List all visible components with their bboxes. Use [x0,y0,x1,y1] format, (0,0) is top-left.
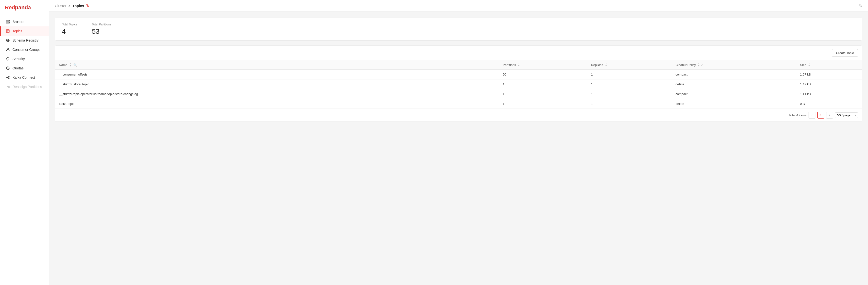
schema-icon [6,38,10,42]
stats-card: Total Topics 4 Total Partitions 53 [55,17,862,41]
cell-partitions: 1 [499,79,587,89]
size-col-label: Size [800,63,806,67]
topbar-right: ✎ [859,3,862,8]
cell-size: 0 B [796,99,862,109]
topbar: Cluster > Topics ↻ ✎ [49,0,868,12]
sidebar-item-schema-label: Schema Registry [12,38,39,42]
cell-size: 1.11 kB [796,89,862,99]
sidebar-item-consumer-groups[interactable]: Consumer Groups [0,45,49,54]
page-size-wrapper: 10 / page20 / page50 / page100 / page [835,112,858,118]
total-topics-stat: Total Topics 4 [62,23,77,35]
sidebar-item-reassign-partitions: Reassign Partitions [0,82,49,92]
replicas-sort-icons[interactable]: ▲ ▼ [605,63,607,67]
cell-name: kafka-topic [55,99,499,109]
connect-icon [6,75,10,80]
name-search-icon[interactable]: 🔍 [73,63,77,67]
table-row[interactable]: __consumer_offsets 50 1 compact 1.67 kB [55,70,862,79]
cell-size: 1.42 kB [796,79,862,89]
table-body: __consumer_offsets 50 1 compact 1.67 kB … [55,70,862,109]
settings-icon[interactable]: ✎ [859,3,862,8]
svg-line-20 [7,77,8,78]
breadcrumb: Cluster > Topics ↻ [55,3,89,8]
cell-partitions: 1 [499,99,587,109]
table-toolbar: Create Topic [55,46,862,60]
partitions-col-label: Partitions [503,63,516,67]
logo-part1: Red [5,4,15,10]
svg-point-18 [8,78,9,79]
col-header-name: Name ▲ ▼ 🔍 [55,60,499,70]
name-col-label: Name [59,63,67,67]
table-header-row: Name ▲ ▼ 🔍 Partitions [55,60,862,70]
sidebar-item-kafka-connect[interactable]: Kafka Connect [0,73,49,82]
breadcrumb-separator: > [68,4,71,8]
reassign-icon [6,84,10,89]
cell-size: 1.67 kB [796,70,862,79]
main-content: Cluster > Topics ↻ ✎ Total Topics 4 Tota… [49,0,868,285]
total-partitions-label: Total Partitions [92,23,111,26]
col-header-replicas: Replicas ▲ ▼ [587,60,672,70]
next-page-button[interactable]: › [826,112,833,118]
cell-cleanup-policy: compact [672,70,796,79]
svg-point-2 [9,21,9,21]
svg-rect-21 [6,86,8,87]
sidebar-item-quotas[interactable]: Quotas [0,64,49,73]
sidebar-item-security-label: Security [12,57,25,61]
topics-table: Name ▲ ▼ 🔍 Partitions [55,60,862,109]
server-icon [6,20,10,24]
sidebar-item-schema-registry[interactable]: Schema Registry [0,36,49,45]
security-icon [6,57,10,61]
size-sort-icons[interactable]: ▲ ▼ [808,63,810,67]
breadcrumb-cluster[interactable]: Cluster [55,4,66,8]
name-sort-icons[interactable]: ▲ ▼ [69,63,71,67]
topics-icon [6,29,10,33]
col-header-partitions: Partitions ▲ ▼ [499,60,587,70]
total-topics-value: 4 [62,28,77,35]
total-partitions-value: 53 [92,28,111,35]
svg-point-12 [7,48,8,49]
sidebar-item-topics-label: Topics [12,29,22,33]
svg-point-16 [6,77,7,78]
sidebar: Redpanda Brokers [0,0,49,285]
cell-partitions: 50 [499,70,587,79]
table-row[interactable]: kafka-topic 1 1 delete 0 B [55,99,862,109]
sidebar-item-security[interactable]: Security [0,54,49,64]
logo-part2: panda [15,4,31,10]
pagination-total: Total 4 items [789,113,807,117]
cell-replicas: 1 [587,99,672,109]
page-1-button[interactable]: 1 [817,112,824,118]
table-row[interactable]: __strimzi_store_topic 1 1 delete 1.42 kB [55,79,862,89]
col-header-size: Size ▲ ▼ [796,60,862,70]
page-size-select[interactable]: 10 / page20 / page50 / page100 / page [835,112,858,118]
refresh-icon[interactable]: ↻ [86,3,89,8]
sidebar-item-brokers-label: Brokers [12,20,24,24]
sidebar-item-topics[interactable]: Topics [0,26,49,36]
logo: Redpanda [0,0,49,15]
quotas-icon [6,66,10,70]
svg-point-17 [8,76,9,77]
svg-point-3 [9,23,9,23]
cleanup-sort-icons[interactable]: ▲ ▼ [698,63,700,67]
total-topics-label: Total Topics [62,23,77,26]
replicas-col-label: Replicas [591,63,603,67]
cell-replicas: 1 [587,89,672,99]
content-area: Total Topics 4 Total Partitions 53 Creat… [49,12,868,285]
sidebar-nav: Brokers Topics [0,15,49,93]
table-row[interactable]: __strimzi-topic-operator-kstreams-topic-… [55,89,862,99]
sidebar-item-quotas-label: Quotas [12,66,24,70]
consumer-icon [6,47,10,52]
partitions-sort-icons[interactable]: ▲ ▼ [518,63,520,67]
cell-replicas: 1 [587,79,672,89]
sidebar-item-connect-label: Kafka Connect [12,75,35,79]
sidebar-item-reassign-label: Reassign Partitions [12,85,42,89]
sidebar-item-brokers[interactable]: Brokers [0,17,49,26]
topics-table-card: Create Topic Name ▲ ▼ 🔍 [55,45,862,122]
col-header-cleanup-policy: CleanupPolicy ▲ ▼ ▽ [672,60,796,70]
prev-page-button[interactable]: ‹ [809,112,815,118]
breadcrumb-current: Topics [72,4,84,8]
cleanup-filter-icon[interactable]: ▽ [701,63,703,67]
cell-partitions: 1 [499,89,587,99]
cell-name: __strimzi-topic-operator-kstreams-topic-… [55,89,499,99]
create-topic-button[interactable]: Create Topic [832,49,858,57]
cell-cleanup-policy: delete [672,99,796,109]
cell-name: __strimzi_store_topic [55,79,499,89]
